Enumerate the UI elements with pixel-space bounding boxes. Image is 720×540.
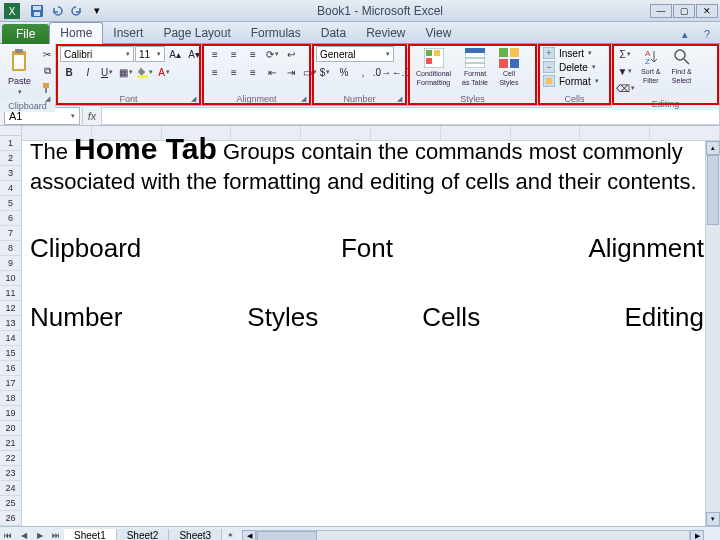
format-painter-icon[interactable] bbox=[38, 80, 56, 96]
decrease-indent-icon[interactable]: ⇤ bbox=[263, 64, 281, 80]
new-sheet-icon[interactable]: ✶ bbox=[222, 528, 238, 541]
border-icon[interactable]: ▦▾ bbox=[117, 64, 135, 80]
font-name-select[interactable]: Calibri▾ bbox=[60, 46, 134, 62]
align-right-icon[interactable]: ≡ bbox=[244, 64, 262, 80]
align-middle-icon[interactable]: ≡ bbox=[225, 46, 243, 62]
grow-font-icon[interactable]: A▴ bbox=[166, 46, 184, 62]
conditional-formatting-button[interactable]: Conditional Formatting bbox=[412, 46, 455, 88]
row-header[interactable]: 14 bbox=[0, 331, 21, 346]
number-format-select[interactable]: General▾ bbox=[316, 46, 394, 62]
file-tab[interactable]: File bbox=[2, 24, 49, 44]
minimize-button[interactable]: — bbox=[650, 4, 672, 18]
sheet-tab-3[interactable]: Sheet3 bbox=[169, 529, 222, 540]
font-launcher-icon[interactable]: ◢ bbox=[191, 95, 199, 103]
autosum-icon[interactable]: Σ▾ bbox=[616, 46, 634, 62]
row-header[interactable]: 17 bbox=[0, 376, 21, 391]
tab-formulas[interactable]: Formulas bbox=[241, 23, 311, 43]
wrap-text-icon[interactable]: ↩ bbox=[282, 46, 300, 62]
scroll-right-icon[interactable]: ▶ bbox=[690, 530, 704, 541]
sheet-nav-next-icon[interactable]: ▶ bbox=[32, 528, 48, 541]
hscroll-track[interactable] bbox=[256, 530, 690, 541]
horizontal-scrollbar[interactable]: ◀ ▶ bbox=[242, 529, 704, 541]
row-header[interactable]: 22 bbox=[0, 451, 21, 466]
scroll-down-icon[interactable]: ▾ bbox=[706, 512, 720, 526]
vertical-scrollbar[interactable]: ▴ ▾ bbox=[705, 141, 720, 526]
tab-data[interactable]: Data bbox=[311, 23, 356, 43]
cut-icon[interactable]: ✂ bbox=[38, 46, 56, 62]
row-header[interactable]: 23 bbox=[0, 466, 21, 481]
underline-button[interactable]: U▾ bbox=[98, 64, 116, 80]
scroll-thumb[interactable] bbox=[707, 155, 719, 225]
row-header[interactable]: 2 bbox=[0, 151, 21, 166]
row-header[interactable]: 6 bbox=[0, 211, 21, 226]
insert-cells-button[interactable]: +Insert▾ bbox=[542, 46, 592, 60]
accounting-format-icon[interactable]: $▾ bbox=[316, 64, 334, 80]
row-header[interactable]: 11 bbox=[0, 286, 21, 301]
undo-icon[interactable] bbox=[48, 2, 66, 20]
orientation-icon[interactable]: ⟳▾ bbox=[263, 46, 281, 62]
row-header[interactable]: 24 bbox=[0, 481, 21, 496]
qat-customize-icon[interactable]: ▾ bbox=[88, 2, 106, 20]
copy-icon[interactable]: ⧉ bbox=[38, 63, 56, 79]
tab-review[interactable]: Review bbox=[356, 23, 415, 43]
row-header[interactable]: 21 bbox=[0, 436, 21, 451]
sort-filter-button[interactable]: AZ Sort & Filter bbox=[637, 46, 664, 86]
font-size-select[interactable]: 11▾ bbox=[135, 46, 165, 62]
row-header[interactable]: 20 bbox=[0, 421, 21, 436]
clear-icon[interactable]: ⌫▾ bbox=[616, 80, 634, 96]
sheet-grid[interactable]: ▴ ▾ The Home Tab Groups contain the comm… bbox=[22, 126, 720, 526]
sheet-nav-first-icon[interactable]: ⏮ bbox=[0, 528, 16, 541]
align-center-icon[interactable]: ≡ bbox=[225, 64, 243, 80]
tab-insert[interactable]: Insert bbox=[103, 23, 153, 43]
shrink-font-icon[interactable]: A▾ bbox=[185, 46, 203, 62]
format-as-table-button[interactable]: Format as Table bbox=[458, 46, 492, 88]
help-icon[interactable]: ? bbox=[698, 25, 716, 43]
sheet-nav-last-icon[interactable]: ⏭ bbox=[48, 528, 64, 541]
sheet-tab-1[interactable]: Sheet1 bbox=[64, 529, 117, 540]
scroll-thumb[interactable] bbox=[257, 531, 317, 541]
insert-function-button[interactable]: fx bbox=[82, 107, 102, 125]
row-header[interactable]: 1 bbox=[0, 136, 21, 151]
comma-icon[interactable]: , bbox=[354, 64, 372, 80]
row-header[interactable]: 26 bbox=[0, 511, 21, 526]
font-color-icon[interactable]: A▾ bbox=[155, 64, 173, 80]
clipboard-launcher-icon[interactable]: ◢ bbox=[45, 95, 53, 103]
row-header[interactable]: 15 bbox=[0, 346, 21, 361]
bold-button[interactable]: B bbox=[60, 64, 78, 80]
row-header[interactable]: 4 bbox=[0, 181, 21, 196]
align-left-icon[interactable]: ≡ bbox=[206, 64, 224, 80]
format-cells-button[interactable]: Format▾ bbox=[542, 74, 599, 88]
fill-icon[interactable]: ▼▾ bbox=[616, 63, 634, 79]
increase-decimal-icon[interactable]: .0→ bbox=[373, 64, 391, 80]
maximize-button[interactable]: ▢ bbox=[673, 4, 695, 18]
find-select-button[interactable]: Find & Select bbox=[667, 46, 695, 86]
tab-view[interactable]: View bbox=[416, 23, 462, 43]
scroll-up-icon[interactable]: ▴ bbox=[706, 141, 720, 155]
row-header[interactable]: 7 bbox=[0, 226, 21, 241]
row-header[interactable]: 18 bbox=[0, 391, 21, 406]
minimize-ribbon-icon[interactable]: ▴ bbox=[676, 25, 694, 43]
percent-icon[interactable]: % bbox=[335, 64, 353, 80]
redo-icon[interactable] bbox=[68, 2, 86, 20]
tab-page-layout[interactable]: Page Layout bbox=[153, 23, 240, 43]
row-header[interactable]: 9 bbox=[0, 256, 21, 271]
row-header[interactable]: 16 bbox=[0, 361, 21, 376]
close-button[interactable]: ✕ bbox=[696, 4, 718, 18]
row-header[interactable]: 3 bbox=[0, 166, 21, 181]
increase-indent-icon[interactable]: ⇥ bbox=[282, 64, 300, 80]
paste-button[interactable]: Paste ▾ bbox=[4, 46, 35, 98]
italic-button[interactable]: I bbox=[79, 64, 97, 80]
tab-home[interactable]: Home bbox=[49, 22, 103, 44]
fill-color-icon[interactable]: ▾ bbox=[136, 64, 154, 80]
row-header[interactable]: 10 bbox=[0, 271, 21, 286]
scroll-left-icon[interactable]: ◀ bbox=[242, 530, 256, 541]
delete-cells-button[interactable]: −Delete▾ bbox=[542, 60, 596, 74]
row-header[interactable]: 25 bbox=[0, 496, 21, 511]
sheet-tab-2[interactable]: Sheet2 bbox=[117, 529, 170, 540]
number-launcher-icon[interactable]: ◢ bbox=[397, 95, 405, 103]
sheet-nav-prev-icon[interactable]: ◀ bbox=[16, 528, 32, 541]
select-all-corner[interactable] bbox=[0, 126, 22, 136]
align-bottom-icon[interactable]: ≡ bbox=[244, 46, 262, 62]
row-header[interactable]: 8 bbox=[0, 241, 21, 256]
row-header[interactable]: 5 bbox=[0, 196, 21, 211]
